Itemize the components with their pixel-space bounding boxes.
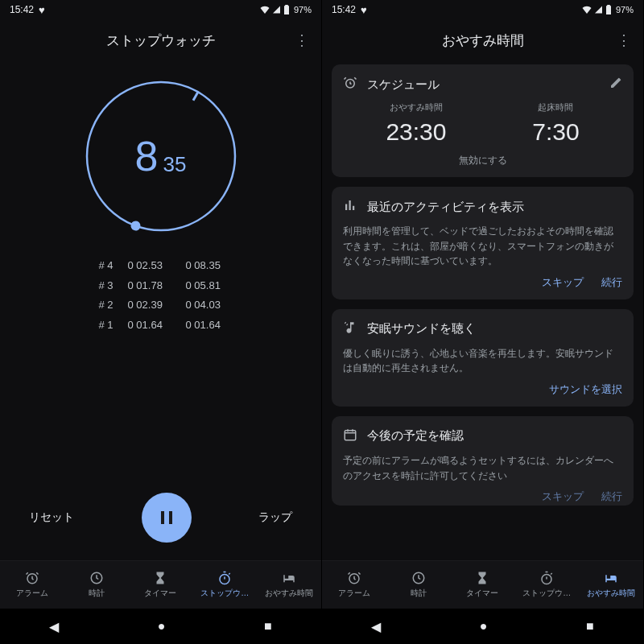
alarm-icon <box>343 76 357 93</box>
heart-icon: ♥ <box>361 4 367 16</box>
continue-button[interactable]: 続行 <box>601 489 622 504</box>
hourglass-icon <box>475 571 489 585</box>
tab-alarm[interactable]: アラーム <box>0 561 64 609</box>
lap-row: # 2 0 02.39 0 04.03 <box>93 295 229 316</box>
tab-timer[interactable]: タイマー <box>129 561 193 609</box>
edit-icon[interactable] <box>609 76 622 93</box>
card-body: 利用時間を管理して、ベッドで過ごしたおおよその時間を確認できます。これは、部屋が… <box>343 224 622 269</box>
tab-clock[interactable]: 時計 <box>64 561 129 609</box>
choose-sound-button[interactable]: サウンドを選択 <box>549 382 622 397</box>
pause-icon <box>161 511 172 524</box>
battery-icon <box>605 5 612 14</box>
card-title: 安眠サウンドを聴く <box>367 321 622 336</box>
tab-stopwatch[interactable]: ストップウ… <box>192 561 257 609</box>
lap-row: # 3 0 01.78 0 05.81 <box>93 276 229 296</box>
clock-icon <box>89 571 104 585</box>
lap-list: # 4 0 02.53 0 08.35 # 3 0 01.78 0 05.81 … <box>93 256 229 336</box>
svg-rect-8 <box>349 200 351 210</box>
bedtime-block[interactable]: おやすみ時間 23:30 <box>386 101 446 146</box>
cell-icon <box>272 6 281 14</box>
more-icon[interactable]: ⋮ <box>608 24 640 56</box>
nav-back-icon[interactable]: ◀ <box>49 619 59 634</box>
lap-row: # 1 0 01.64 0 01.64 <box>93 316 229 336</box>
tab-alarm[interactable]: アラーム <box>322 561 386 609</box>
bed-icon <box>604 571 618 585</box>
nav-recents-icon[interactable]: ■ <box>264 619 272 634</box>
android-nav-bar: ◀ ● ■ <box>0 609 321 644</box>
tab-bedtime[interactable]: おやすみ時間 <box>579 561 643 609</box>
screen-stopwatch: 15:42 ♥ 97% ストップウォッチ ⋮ <box>0 0 322 644</box>
disable-link[interactable]: 無効にする <box>343 154 622 167</box>
nav-home-icon[interactable]: ● <box>480 619 488 634</box>
waketime-block[interactable]: 起床時間 7:30 <box>532 101 579 146</box>
status-time: 15:42 <box>332 4 356 15</box>
stopwatch-hundredths: 35 <box>163 152 187 177</box>
wifi-icon <box>582 6 592 14</box>
alarm-icon <box>25 571 39 585</box>
app-bar: ストップウォッチ ⋮ <box>0 19 321 61</box>
music-icon <box>343 320 357 338</box>
app-bar: おやすみ時間 ⋮ <box>322 19 643 61</box>
tab-timer[interactable]: タイマー <box>451 561 515 609</box>
stopwatch-seconds: 8 <box>135 135 159 177</box>
card-title: 今後の予定を確認 <box>367 428 622 444</box>
status-bar: 15:42 ♥ 97% <box>322 0 643 19</box>
bottom-tab-bar: アラーム 時計 タイマー ストップウ… おやすみ時間 <box>0 560 321 609</box>
card-title: スケジュール <box>367 77 600 93</box>
card-sounds: 安眠サウンドを聴く 優しく眠りに誘う、心地よい音楽を再生します。安眠サウンドは自… <box>332 309 634 407</box>
battery-percent: 97% <box>616 5 634 14</box>
battery-icon <box>283 5 290 14</box>
nav-back-icon[interactable]: ◀ <box>371 619 381 634</box>
status-time: 15:42 <box>10 4 34 15</box>
alarm-icon <box>347 571 361 585</box>
reset-button[interactable]: リセット <box>29 510 74 525</box>
tab-clock[interactable]: 時計 <box>386 561 451 609</box>
svg-rect-10 <box>345 431 356 440</box>
bed-icon <box>282 571 296 585</box>
tab-bedtime[interactable]: おやすみ時間 <box>257 561 321 609</box>
card-title: 最近のアクティビティを表示 <box>367 200 622 215</box>
clock-icon <box>411 571 426 585</box>
page-title: おやすみ時間 <box>322 31 643 50</box>
stopwatch-controls: リセット ラップ <box>0 481 321 554</box>
more-icon[interactable]: ⋮ <box>286 24 318 56</box>
hourglass-icon <box>153 571 167 585</box>
nav-home-icon[interactable]: ● <box>158 619 166 634</box>
screen-bedtime: 15:42 ♥ 97% おやすみ時間 ⋮ スケジュール <box>322 0 644 644</box>
card-activity: 最近のアクティビティを表示 利用時間を管理して、ベッドで過ごしたおおよその時間を… <box>332 187 634 299</box>
cell-icon <box>594 6 603 14</box>
card-calendar: 今後の予定を確認 予定の前にアラームが鳴るようセットするには、カレンダーへのアク… <box>332 416 634 506</box>
lap-button[interactable]: ラップ <box>258 510 292 525</box>
nav-recents-icon[interactable]: ■ <box>586 619 594 634</box>
battery-percent: 97% <box>294 5 312 14</box>
bars-icon <box>343 198 357 216</box>
bottom-tab-bar: アラーム 時計 タイマー ストップウ… おやすみ時間 <box>322 560 643 609</box>
stopwatch-icon <box>217 571 232 585</box>
svg-rect-7 <box>345 204 347 211</box>
calendar-icon <box>343 427 357 445</box>
android-nav-bar: ◀ ● ■ <box>322 609 643 644</box>
page-title: ストップウォッチ <box>0 31 321 50</box>
continue-button[interactable]: 続行 <box>601 275 622 290</box>
pause-button[interactable] <box>142 493 192 543</box>
lap-row: # 4 0 02.53 0 08.35 <box>93 256 229 276</box>
svg-rect-9 <box>353 206 354 210</box>
card-body: 優しく眠りに誘う、心地よい音楽を再生します。安眠サウンドは自動的に再生されません… <box>343 346 622 376</box>
tab-stopwatch[interactable]: ストップウ… <box>514 561 579 609</box>
heart-icon: ♥ <box>39 4 45 16</box>
stopwatch-dial: 8 35 <box>0 76 321 237</box>
skip-button[interactable]: スキップ <box>542 275 584 290</box>
card-schedule: スケジュール おやすみ時間 23:30 起床時間 7:30 無効にする <box>332 64 634 177</box>
status-bar: 15:42 ♥ 97% <box>0 0 321 19</box>
skip-button[interactable]: スキップ <box>542 489 584 504</box>
card-body: 予定の前にアラームが鳴るようセットするには、カレンダーへのアクセスを時計に許可し… <box>343 453 622 483</box>
stopwatch-icon <box>539 571 554 585</box>
wifi-icon <box>260 6 270 14</box>
